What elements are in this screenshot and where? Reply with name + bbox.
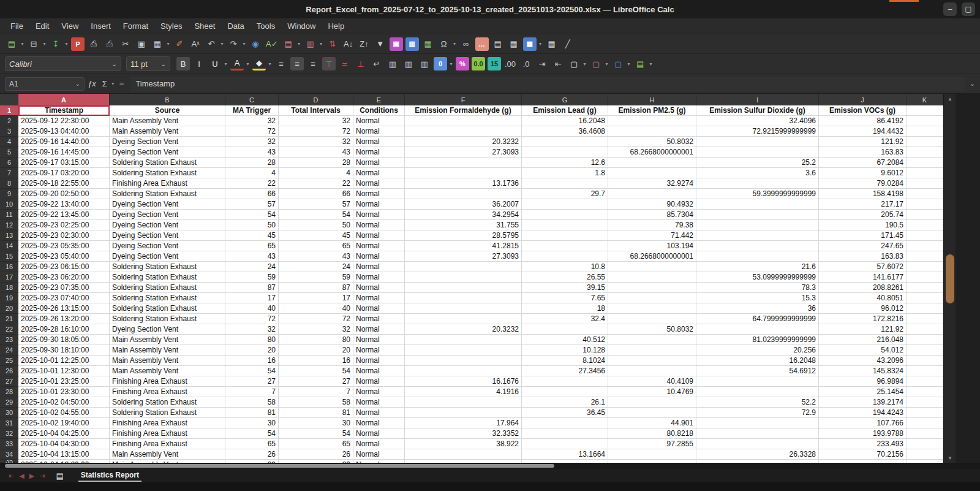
row-header-30[interactable]: 30 [0,408,18,418]
cell[interactable]: Normal [353,230,405,241]
cell[interactable]: Dyeing Section Vent [110,241,225,251]
cell[interactable] [522,251,608,262]
row-header-16[interactable]: 16 [0,262,18,272]
cell[interactable]: Normal [353,366,405,376]
insert-image-icon[interactable]: ▣ [390,37,403,51]
cell[interactable]: 43.2096 [819,356,907,366]
cell[interactable]: Normal [353,158,405,168]
cell[interactable]: 107.766 [819,418,907,428]
cell[interactable] [907,293,943,303]
align-left-icon[interactable]: ≡ [274,57,288,70]
cell[interactable] [907,230,943,241]
cell[interactable] [907,324,943,335]
sort-descending-icon[interactable]: Z↑ [358,37,371,51]
cell[interactable]: 32.4096 [696,116,819,126]
cell[interactable]: 2025-09-16 14:45:00 [18,147,110,158]
cell[interactable]: Normal [353,428,405,439]
cell[interactable] [608,335,696,345]
cell[interactable] [696,376,819,387]
center-vertically-icon[interactable]: ≍ [338,57,352,70]
cell[interactable]: MA Trigger [225,105,279,116]
cell[interactable] [696,210,819,220]
cell[interactable]: 78.3 [696,283,819,293]
cell[interactable]: 27.3456 [522,366,608,376]
cell[interactable]: 141.6177 [819,272,907,283]
cell[interactable]: 43 [225,147,279,158]
row-header-9[interactable]: 9 [0,189,18,199]
cell[interactable]: 71.442 [608,230,696,241]
menu-data[interactable]: Data [222,20,249,32]
cell[interactable] [907,314,943,324]
font-color-dropdown-icon[interactable]: ▾ [245,61,251,67]
column-header-F[interactable]: F [405,94,522,105]
pivot-table-icon[interactable]: ▦ [421,37,435,51]
conditional-formatting-dropdown-icon[interactable]: ▾ [648,61,654,67]
cell[interactable]: 2025-10-02 04:55:00 [18,408,110,418]
wrap-text-icon[interactable]: ↵ [370,57,383,70]
cell[interactable]: 30 [225,418,279,428]
insert-hyperlink-icon[interactable]: ∞ [459,37,473,51]
row-header-29[interactable]: 29 [0,397,18,408]
cell[interactable] [907,418,943,428]
cell[interactable] [405,314,522,324]
cell[interactable]: 97.2855 [608,439,696,449]
cut-icon[interactable]: ✂ [119,37,132,51]
cell[interactable]: Normal [353,241,405,251]
cell[interactable]: 7 [225,387,279,397]
cell[interactable]: Normal [353,449,405,460]
cell[interactable]: 65 [225,241,279,251]
cell[interactable]: Soldering Station Exhaust [110,408,225,418]
cell[interactable]: 80 [225,335,279,345]
row-header-34[interactable]: 34 [0,449,18,460]
cell[interactable]: 208.8261 [819,283,907,293]
cell[interactable] [907,283,943,293]
cell[interactable]: 247.65 [819,241,907,251]
cell[interactable]: 2025-09-16 14:40:00 [18,137,110,147]
cell[interactable] [907,397,943,408]
cell[interactable]: Dyeing Section Vent [110,220,225,230]
cell[interactable]: 54.012 [819,345,907,356]
cell[interactable]: Finishing Area Exhaust [110,178,225,189]
minimize-button[interactable]: – [943,2,957,16]
insert-line-icon[interactable]: ╱ [561,37,575,51]
cell[interactable]: 54 [225,366,279,376]
cell[interactable]: 50.8032 [608,324,696,335]
row-header-22[interactable]: 22 [0,324,18,335]
cell[interactable]: 40.512 [522,335,608,345]
paste-dropdown-icon[interactable]: ▾ [165,41,171,47]
cell[interactable] [907,220,943,230]
cell[interactable]: 64.7999999999999 [696,314,819,324]
cell[interactable]: Soldering Station Exhaust [110,189,225,199]
cell[interactable]: 32 [225,137,279,147]
redo-icon[interactable]: ↷ [227,37,240,51]
cell[interactable]: 31.755 [405,220,522,230]
cell[interactable]: 9.6012 [819,168,907,178]
cell[interactable]: Main Assembly Vent [110,345,225,356]
cell[interactable] [522,324,608,335]
open-folder-dropdown-icon[interactable]: ▾ [42,41,47,47]
menu-insert[interactable]: Insert [85,20,116,32]
row-header-3[interactable]: 3 [0,126,18,137]
cell[interactable]: 28 [225,158,279,168]
cell[interactable] [522,199,608,210]
cell[interactable]: 32 [225,116,279,126]
cell[interactable]: 2025-10-01 23:30:00 [18,387,110,397]
cell[interactable] [907,262,943,272]
function-wizard-icon[interactable]: ƒx [88,79,96,88]
cell[interactable]: Normal [353,199,405,210]
cell[interactable]: 54 [279,210,353,220]
cell[interactable] [696,230,819,241]
cell[interactable]: 43 [225,251,279,262]
cell[interactable]: 193.9788 [819,428,907,439]
cell[interactable]: Main Assembly Vent [110,126,225,137]
toggle-grid-lines-icon[interactable]: ▦ [545,37,559,51]
cell[interactable] [522,439,608,449]
cell[interactable]: 2025-10-02 19:40:00 [18,418,110,428]
cell[interactable]: 233.493 [819,439,907,449]
cell[interactable] [907,210,943,220]
cell[interactable] [907,272,943,283]
cell[interactable] [522,387,608,397]
cell[interactable]: Normal [353,387,405,397]
cell[interactable]: Soldering Station Exhaust [110,168,225,178]
cell[interactable]: 17.964 [405,418,522,428]
